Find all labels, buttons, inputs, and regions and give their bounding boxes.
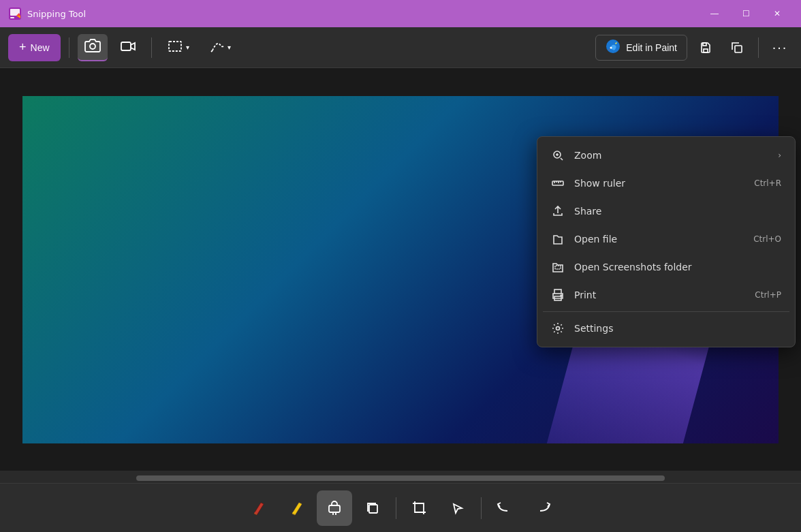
svg-rect-23 bbox=[369, 505, 377, 513]
menu-item-open-screenshots[interactable]: Open Screenshots folder bbox=[540, 253, 792, 281]
zoom-arrow: › bbox=[778, 151, 781, 160]
scrollbar-area[interactable] bbox=[0, 471, 801, 483]
menu-divider bbox=[543, 311, 789, 312]
open-file-icon bbox=[551, 232, 565, 246]
open-file-label: Open file bbox=[574, 234, 744, 245]
freeform-snip-button[interactable]: ▾ bbox=[202, 34, 238, 61]
app-icon bbox=[8, 7, 22, 20]
toolbar-separator-1 bbox=[69, 37, 69, 58]
edit-in-paint-label: Edit in Paint bbox=[626, 42, 677, 53]
svg-rect-16 bbox=[554, 290, 561, 294]
more-options-button[interactable]: ··· bbox=[767, 35, 793, 61]
print-shortcut: Ctrl+P bbox=[755, 290, 781, 300]
svg-point-18 bbox=[561, 295, 562, 296]
share-icon bbox=[551, 204, 565, 218]
menu-item-zoom[interactable]: Zoom › bbox=[540, 142, 792, 169]
camera-snap-button[interactable] bbox=[78, 34, 108, 61]
dropdown-menu: Zoom › Show ruler Ctrl+R Share bbox=[537, 136, 796, 347]
toolbar-separator-2 bbox=[151, 37, 152, 58]
freeform-icon bbox=[208, 38, 225, 57]
duplicate-button[interactable] bbox=[355, 490, 390, 526]
new-button[interactable]: + New bbox=[8, 34, 61, 61]
bottom-separator-1 bbox=[396, 497, 396, 519]
toolbar-right: Edit in Paint ··· bbox=[595, 35, 793, 61]
copy-button[interactable] bbox=[724, 35, 750, 61]
svg-point-21 bbox=[293, 512, 295, 514]
undo-button[interactable] bbox=[487, 490, 522, 526]
svg-point-20 bbox=[255, 512, 257, 514]
save-button[interactable] bbox=[693, 35, 719, 61]
svg-point-5 bbox=[90, 44, 95, 49]
titlebar: Snipping Tool — ☐ ✕ bbox=[0, 0, 801, 27]
print-label: Print bbox=[574, 290, 745, 300]
new-label: New bbox=[31, 42, 50, 53]
chevron-down-icon-2: ▾ bbox=[227, 44, 231, 51]
svg-rect-22 bbox=[329, 505, 340, 512]
menu-item-open-file[interactable]: Open file Ctrl+O bbox=[540, 225, 792, 253]
svg-rect-10 bbox=[704, 49, 708, 52]
svg-rect-11 bbox=[703, 43, 706, 46]
share-label: Share bbox=[574, 206, 781, 217]
app-title: Snipping Tool bbox=[27, 9, 86, 19]
redo-button[interactable] bbox=[525, 490, 561, 526]
more-icon: ··· bbox=[772, 40, 788, 55]
svg-rect-7 bbox=[169, 42, 181, 51]
ruler-icon bbox=[551, 176, 565, 190]
menu-item-print[interactable]: Print Ctrl+P bbox=[540, 281, 792, 309]
main-toolbar: + New ▾ bbox=[0, 27, 801, 68]
settings-icon bbox=[551, 322, 565, 335]
minimize-button[interactable]: — bbox=[699, 3, 730, 25]
toolbar-separator-3 bbox=[758, 37, 759, 58]
paint-icon bbox=[606, 39, 621, 56]
svg-rect-2 bbox=[10, 17, 14, 18]
print-icon bbox=[551, 288, 565, 302]
select-button[interactable] bbox=[440, 490, 475, 526]
rect-icon bbox=[167, 38, 183, 57]
menu-item-settings[interactable]: Settings bbox=[540, 315, 792, 342]
open-screenshots-label: Open Screenshots folder bbox=[574, 262, 781, 272]
svg-point-9 bbox=[610, 47, 612, 49]
menu-item-show-ruler[interactable]: Show ruler Ctrl+R bbox=[540, 170, 792, 197]
video-button[interactable] bbox=[113, 34, 143, 61]
chevron-down-icon: ▾ bbox=[186, 44, 189, 51]
eraser-button[interactable] bbox=[317, 490, 352, 526]
menu-item-share[interactable]: Share bbox=[540, 198, 792, 225]
close-button[interactable]: ✕ bbox=[761, 3, 793, 25]
titlebar-controls: — ☐ ✕ bbox=[699, 3, 793, 25]
pen-red-button[interactable] bbox=[240, 490, 276, 526]
bottom-toolbar bbox=[0, 483, 801, 532]
crop-button[interactable] bbox=[402, 490, 437, 526]
rect-snip-button[interactable]: ▾ bbox=[160, 34, 196, 61]
open-file-shortcut: Ctrl+O bbox=[753, 234, 781, 244]
svg-rect-12 bbox=[735, 46, 742, 52]
show-ruler-shortcut: Ctrl+R bbox=[754, 178, 781, 188]
settings-label: Settings bbox=[574, 323, 781, 334]
main-content: Zoom › Show ruler Ctrl+R Share bbox=[0, 68, 801, 483]
svg-rect-15 bbox=[555, 266, 561, 269]
horizontal-scrollbar[interactable] bbox=[136, 475, 665, 481]
pen-yellow-button[interactable] bbox=[279, 490, 314, 526]
zoom-icon bbox=[551, 148, 565, 162]
svg-rect-6 bbox=[121, 42, 131, 50]
plus-icon: + bbox=[19, 40, 27, 54]
zoom-label: Zoom bbox=[574, 150, 768, 161]
camera-icon bbox=[84, 37, 101, 56]
video-icon bbox=[120, 38, 136, 57]
maximize-button[interactable]: ☐ bbox=[730, 3, 761, 25]
edit-in-paint-button[interactable]: Edit in Paint bbox=[595, 35, 687, 61]
show-ruler-label: Show ruler bbox=[574, 178, 744, 189]
bottom-separator-2 bbox=[481, 497, 482, 519]
svg-point-19 bbox=[556, 327, 560, 330]
screenshots-folder-icon bbox=[551, 260, 565, 274]
titlebar-left: Snipping Tool bbox=[8, 7, 86, 20]
